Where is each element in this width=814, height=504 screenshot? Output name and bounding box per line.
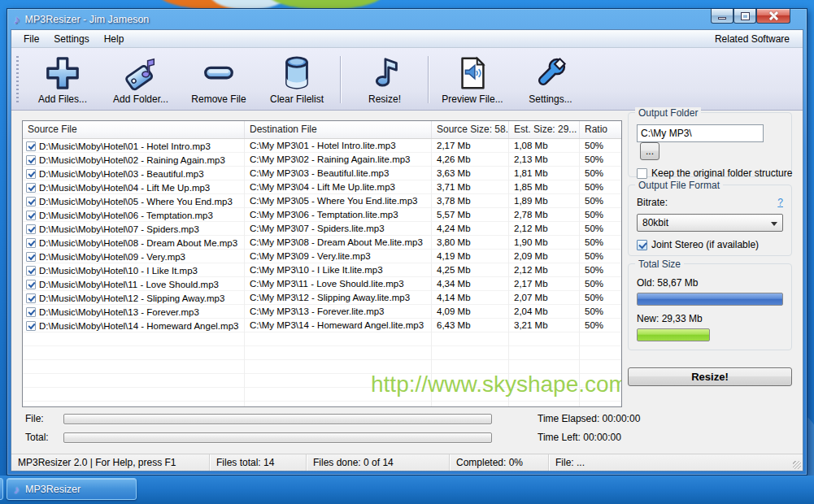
keep-structure-label: Keep the original folder structure xyxy=(651,167,792,179)
table-row[interactable]: D:\Music\Moby\Hotel\08 - Dream About Me.… xyxy=(23,236,621,250)
table-row[interactable]: D:\Music\Moby\Hotel\05 - Where You End.m… xyxy=(23,194,621,208)
source-file-path: D:\Music\Moby\Hotel\12 - Slipping Away.m… xyxy=(39,292,224,305)
source-file-path: D:\Music\Moby\Hotel\06 - Temptation.mp3 xyxy=(39,209,213,222)
maximize-button[interactable] xyxy=(733,9,756,24)
toolbar-label: Add Files... xyxy=(38,93,87,105)
header-source-size[interactable]: Source Size: 58... xyxy=(432,121,509,138)
toolbar-grip[interactable] xyxy=(16,56,19,103)
browse-button[interactable]: ... xyxy=(640,142,659,160)
total-size-group: Total Size Old: 58,67 Mb New: 29,33 Mb xyxy=(628,263,792,350)
header-est-size[interactable]: Est. Size: 29... xyxy=(509,121,580,138)
taskbar-mp3resizer-button[interactable]: ♪ MP3Resizer xyxy=(7,478,137,500)
bitrate-select[interactable]: 80kbit xyxy=(637,214,783,232)
destination-file-path: C:\My MP3\05 - Where You End.lite.mp3 xyxy=(245,194,432,208)
toolbar-separator xyxy=(428,56,429,103)
row-checkbox[interactable] xyxy=(26,252,36,262)
header-destination-file[interactable]: Destination File xyxy=(245,121,432,138)
row-checkbox[interactable] xyxy=(26,169,36,179)
est-size: 1,85 Mb xyxy=(509,180,580,194)
table-row[interactable]: D:\Music\Moby\Hotel\01 - Hotel Intro.mp3… xyxy=(23,139,621,153)
table-row[interactable]: D:\Music\Moby\Hotel\02 - Raining Again.m… xyxy=(23,153,621,167)
table-row[interactable]: D:\Music\Moby\Hotel\09 - Very.mp3C:\My M… xyxy=(23,250,621,263)
table-row[interactable]: D:\Music\Moby\Hotel\14 - Homeward Angel.… xyxy=(23,319,621,332)
source-file-path: D:\Music\Moby\Hotel\11 - Love Should.mp3 xyxy=(39,278,219,291)
settings-button[interactable]: Settings... xyxy=(511,51,590,108)
resize-toolbar-button[interactable]: Resize! xyxy=(346,51,424,108)
table-row[interactable]: D:\Music\Moby\Hotel\10 - I Like It.mp3C:… xyxy=(23,263,621,277)
output-folder-legend: Output Folder xyxy=(635,107,701,119)
keep-structure-checkbox[interactable] xyxy=(637,168,647,179)
row-checkbox[interactable] xyxy=(26,307,36,317)
source-size: 3,71 Mb xyxy=(432,180,509,194)
header-ratio[interactable]: Ratio xyxy=(580,121,622,138)
table-row[interactable]: D:\Music\Moby\Hotel\04 - Lift Me Up.mp3C… xyxy=(23,180,621,194)
table-row[interactable]: D:\Music\Moby\Hotel\07 - Spiders.mp3C:\M… xyxy=(23,222,621,236)
total-progress-row: Total: Time Left: 00:00:00 xyxy=(25,432,492,443)
est-size: 1,89 Mb xyxy=(509,194,580,208)
source-cell: D:\Music\Moby\Hotel\08 - Dream About Me.… xyxy=(23,236,245,250)
remove-file-button[interactable]: Remove File xyxy=(180,51,258,108)
resize-grip[interactable] xyxy=(793,461,801,469)
source-cell: D:\Music\Moby\Hotel\12 - Slipping Away.m… xyxy=(23,291,245,305)
row-checkbox[interactable] xyxy=(26,293,36,303)
source-file-path: D:\Music\Moby\Hotel\13 - Forever.mp3 xyxy=(39,306,199,319)
titlebar[interactable]: ♪ MP3Resizer - Jim Jameson xyxy=(7,9,807,29)
table-row[interactable]: D:\Music\Moby\Hotel\11 - Love Should.mp3… xyxy=(23,277,621,291)
row-checkbox[interactable] xyxy=(26,211,36,220)
source-size: 4,34 Mb xyxy=(432,277,509,291)
add-files-icon xyxy=(42,54,83,93)
ratio: 50% xyxy=(580,180,622,194)
row-checkbox[interactable] xyxy=(26,321,36,331)
source-cell: D:\Music\Moby\Hotel\14 - Homeward Angel.… xyxy=(23,319,245,332)
row-checkbox[interactable] xyxy=(26,141,36,151)
destination-file-path: C:\My MP3\03 - Beautiful.lite.mp3 xyxy=(245,167,432,180)
menu-settings[interactable]: Settings xyxy=(46,32,96,46)
status-files-total: Files total: 14 xyxy=(210,454,307,471)
destination-file-path: C:\My MP3\09 - Very.lite.mp3 xyxy=(245,250,432,263)
taskbar: ♪ MP3Resizer xyxy=(0,476,814,504)
table-row[interactable]: D:\Music\Moby\Hotel\06 - Temptation.mp3C… xyxy=(23,208,621,222)
row-checkbox[interactable] xyxy=(26,197,36,206)
menu-related-software[interactable]: Related Software xyxy=(707,32,798,46)
resize-button[interactable]: Resize! xyxy=(628,367,792,386)
output-folder-input[interactable] xyxy=(637,124,764,142)
file-progress-bar xyxy=(63,414,492,424)
destination-file-path: C:\My MP3\14 - Homeward Angel.lite.mp3 xyxy=(245,319,432,332)
est-size: 2,04 Mb xyxy=(509,305,580,319)
joint-stereo-checkbox[interactable] xyxy=(637,240,647,250)
row-checkbox[interactable] xyxy=(26,280,36,289)
clear-filelist-button[interactable]: Clear Filelist xyxy=(258,51,336,108)
ratio: 50% xyxy=(580,167,622,180)
column-line xyxy=(431,139,432,406)
menu-help[interactable]: Help xyxy=(97,32,132,46)
destination-file-path: C:\My MP3\02 - Raining Again.lite.mp3 xyxy=(245,153,432,167)
row-checkbox[interactable] xyxy=(26,266,36,276)
source-cell: D:\Music\Moby\Hotel\04 - Lift Me Up.mp3 xyxy=(23,180,245,194)
header-source-file[interactable]: Source File xyxy=(23,121,245,138)
add-files-button[interactable]: Add Files... xyxy=(24,51,102,108)
source-file-path: D:\Music\Moby\Hotel\02 - Raining Again.m… xyxy=(39,154,225,167)
est-size: 2,12 Mb xyxy=(509,263,580,277)
ratio: 50% xyxy=(580,153,622,167)
column-line xyxy=(508,139,509,406)
row-checkbox[interactable] xyxy=(26,224,36,234)
preview-file-button[interactable]: Preview File... xyxy=(433,51,511,108)
table-row[interactable]: D:\Music\Moby\Hotel\13 - Forever.mp3C:\M… xyxy=(23,305,621,319)
bitrate-help-link[interactable]: ? xyxy=(777,197,783,208)
menu-file[interactable]: File xyxy=(16,32,46,46)
add-folder-button[interactable]: Add Folder... xyxy=(102,51,180,108)
settings-panel: Output Folder ... Keep the original fold… xyxy=(628,112,792,386)
row-checkbox[interactable] xyxy=(26,238,36,248)
minimize-button[interactable] xyxy=(711,9,733,24)
table-row[interactable]: D:\Music\Moby\Hotel\03 - Beautiful.mp3C:… xyxy=(23,167,621,180)
row-checkbox[interactable] xyxy=(26,155,36,165)
old-size-bar xyxy=(637,293,783,306)
file-progress-label: File: xyxy=(25,413,63,424)
window-title: MP3Resizer - Jim Jameson xyxy=(25,14,150,25)
table-row[interactable]: D:\Music\Moby\Hotel\12 - Slipping Away.m… xyxy=(23,291,621,305)
source-file-path: D:\Music\Moby\Hotel\03 - Beautiful.mp3 xyxy=(39,167,204,180)
row-checkbox[interactable] xyxy=(26,183,36,193)
taskbar-button-fragment[interactable] xyxy=(0,478,3,500)
close-button[interactable] xyxy=(756,9,790,24)
status-help: MP3Resizer 2.0 | For Help, press F1 xyxy=(11,454,210,471)
